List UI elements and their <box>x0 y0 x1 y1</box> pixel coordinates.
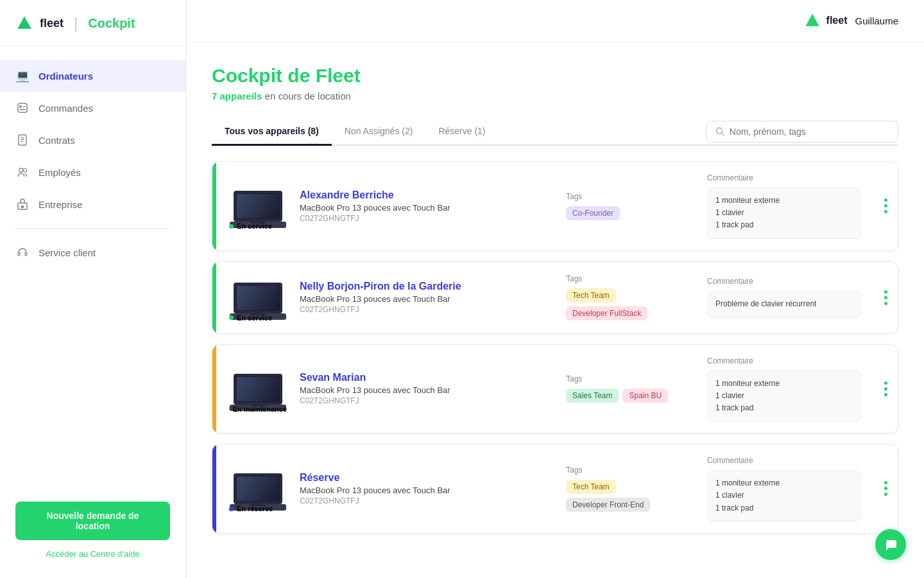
cockpit-text: Cockpit <box>88 16 135 31</box>
tags-list: Co-Founder <box>566 206 694 220</box>
device-info: Alexandre Berriche MacBook Pro 13 pouces… <box>300 189 553 223</box>
tabs-search-row: Tous vos appareils (8) Non Assignés (2) … <box>212 119 898 146</box>
fleet-logo-icon <box>15 14 33 32</box>
comment-line: 1 clavier <box>715 390 853 402</box>
device-model: MacBook Pro 13 pouces avec Touch Bar <box>300 486 553 495</box>
tab-reserve[interactable]: Réserve (1) <box>425 119 498 146</box>
svg-point-11 <box>24 169 27 172</box>
svg-rect-9 <box>21 141 23 142</box>
svg-rect-7 <box>21 137 24 138</box>
entreprise-icon <box>15 197 30 211</box>
comment-line: 1 moniteur externe <box>715 378 853 390</box>
chat-icon <box>884 538 898 552</box>
device-serial: C02T2GHNGTFJ <box>300 305 553 314</box>
device-serial: C02T2GHNGTFJ <box>300 214 553 223</box>
status-text: En service <box>237 314 272 322</box>
card-menu-button[interactable] <box>874 345 898 434</box>
new-request-button[interactable]: Nouvelle demande de location <box>15 502 170 540</box>
status-dot <box>229 407 230 411</box>
comment-line: 1 track pad <box>715 219 853 231</box>
device-card: En réserve Réserve MacBook Pro 13 pouces… <box>212 444 898 534</box>
sidebar-item-ordinateurs[interactable]: 💻 Ordinateurs <box>0 60 185 92</box>
svg-rect-5 <box>19 109 26 110</box>
comment-section: Commentaire Problème de clavier récurren… <box>707 277 861 317</box>
card-menu-button[interactable] <box>874 262 898 333</box>
tags-section: Tags Sales Team Spain BU <box>566 374 694 403</box>
comment-box: 1 moniteur externe 1 clavier 1 track pad <box>707 188 861 239</box>
svg-rect-8 <box>21 139 24 140</box>
search-icon <box>715 127 724 136</box>
comment-line: 1 clavier <box>715 207 853 219</box>
nav-divider <box>15 228 170 229</box>
page-content: Cockpit de Fleet 7 appareils en cours de… <box>186 42 924 559</box>
comment-line: 1 moniteur externe <box>715 195 853 207</box>
comment-line: 1 moniteur externe <box>715 477 853 489</box>
tags-list: Sales Team Spain BU <box>566 389 694 403</box>
status-dot <box>229 507 234 511</box>
dot <box>884 210 887 213</box>
sidebar-item-label: Commandes <box>38 103 93 114</box>
comment-label: Commentaire <box>707 456 861 465</box>
status-dot <box>229 224 234 229</box>
tags-section: Tags Tech Team Developer Front-End <box>566 466 694 512</box>
device-serial: C02T2GHNGTFJ <box>300 396 553 405</box>
page-title-brand: Fleet <box>316 65 361 86</box>
device-list: En service Alexandre Berriche MacBook Pr… <box>212 161 898 534</box>
sidebar-item-contrats[interactable]: Contrats <box>0 124 185 156</box>
dot <box>884 198 887 202</box>
sidebar-item-label: Entreprise <box>38 199 82 210</box>
help-link[interactable]: Accéder au Centre d'aide <box>15 549 170 559</box>
tags-label: Tags <box>566 274 694 283</box>
tag: Co-Founder <box>566 206 620 220</box>
status-text: En service <box>237 222 272 230</box>
svg-rect-31 <box>237 377 279 401</box>
comment-label: Commentaire <box>707 356 861 365</box>
status-text: En réserve <box>237 505 273 512</box>
logo-divider: | <box>74 14 78 32</box>
svg-point-10 <box>19 168 23 172</box>
svg-rect-14 <box>18 252 20 256</box>
dot <box>884 481 887 484</box>
laptop-icon: 💻 <box>15 69 30 83</box>
device-image-wrap: En service <box>229 274 287 322</box>
comment-line: 1 track pad <box>715 502 853 514</box>
svg-rect-4 <box>23 106 26 107</box>
svg-rect-26 <box>237 286 279 310</box>
device-image-wrap: En service <box>229 182 287 230</box>
card-menu-button[interactable] <box>874 162 898 250</box>
card-menu-button[interactable] <box>874 444 898 533</box>
device-name: Réserve <box>300 472 553 484</box>
comment-section: Commentaire 1 moniteur externe 1 clavier… <box>707 173 861 239</box>
svg-rect-21 <box>237 194 279 218</box>
dot <box>884 387 887 390</box>
comment-line: 1 track pad <box>715 402 853 414</box>
svg-point-3 <box>19 105 22 108</box>
tab-unassigned[interactable]: Non Assignés (2) <box>332 119 426 146</box>
commandes-icon <box>15 101 30 115</box>
sidebar-logo: fleet | Cockpit <box>0 0 185 47</box>
sidebar-item-employes[interactable]: Employés <box>0 156 185 188</box>
sidebar-item-entreprise[interactable]: Entreprise <box>0 188 185 220</box>
device-name: Nelly Borjon-Piron de la Garderie <box>300 281 553 292</box>
sidebar-item-label: Ordinateurs <box>38 71 93 82</box>
dot <box>884 487 887 490</box>
tag: Tech Team <box>566 288 616 302</box>
sidebar-item-service-client[interactable]: Service client <box>0 236 185 268</box>
sidebar-item-label: Contrats <box>38 135 75 146</box>
header-username: Guillaume <box>855 15 898 26</box>
device-status: En réserve <box>229 505 287 512</box>
tags-label: Tags <box>566 374 694 383</box>
device-image-wrap: En maintenance <box>229 365 287 413</box>
sidebar-item-commandes[interactable]: Commandes <box>0 92 185 124</box>
tags-label: Tags <box>566 192 694 201</box>
subtitle-count: 7 appareils <box>212 91 262 101</box>
svg-rect-13 <box>21 206 24 208</box>
tabs: Tous vos appareils (8) Non Assignés (2) … <box>212 119 499 144</box>
three-dots-icon <box>884 198 887 213</box>
tag: Tech Team <box>566 480 616 494</box>
svg-marker-1 <box>18 17 31 29</box>
comment-section: Commentaire 1 moniteur externe 1 clavier… <box>707 356 861 422</box>
chat-bubble-button[interactable] <box>875 529 906 560</box>
search-input[interactable] <box>730 127 889 137</box>
tab-all[interactable]: Tous vos appareils (8) <box>212 119 332 146</box>
